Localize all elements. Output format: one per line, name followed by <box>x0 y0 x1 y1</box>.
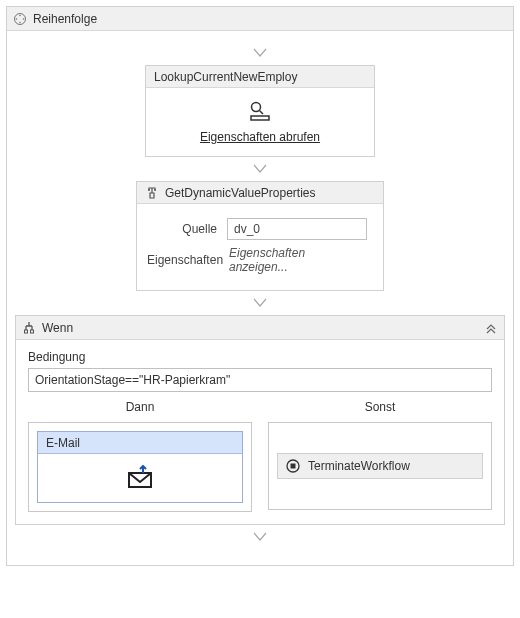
svg-rect-14 <box>291 464 296 469</box>
branch-row: Dann E-Mail <box>28 400 492 512</box>
email-body <box>38 454 242 502</box>
svg-rect-10 <box>25 330 28 333</box>
lookup-icon <box>247 100 273 122</box>
email-activity[interactable]: E-Mail <box>37 431 243 503</box>
svg-point-2 <box>23 18 25 20</box>
then-label: Dann <box>126 400 155 414</box>
if-header[interactable]: Wenn <box>16 316 504 340</box>
svg-point-4 <box>16 18 18 20</box>
sequence-header[interactable]: Reihenfolge <box>7 7 513 31</box>
terminate-title: TerminateWorkflow <box>308 459 410 473</box>
lookup-activity[interactable]: LookupCurrentNewEmploy Eigenschaften abr… <box>145 65 375 157</box>
dynamic-activity[interactable]: GetDynamicValueProperties Quelle Eigensc… <box>136 181 384 291</box>
sequence-title: Reihenfolge <box>33 12 97 26</box>
svg-point-8 <box>148 189 150 191</box>
stop-icon <box>286 459 300 473</box>
dynamic-header[interactable]: GetDynamicValueProperties <box>137 182 383 204</box>
svg-line-6 <box>260 111 264 115</box>
lookup-properties-link[interactable]: Eigenschaften abrufen <box>200 130 320 144</box>
source-input[interactable] <box>227 218 367 240</box>
collapse-button[interactable] <box>484 321 498 335</box>
condition-input[interactable] <box>28 368 492 392</box>
lookup-header[interactable]: LookupCurrentNewEmploy <box>146 66 374 88</box>
sequence-body: LookupCurrentNewEmploy Eigenschaften abr… <box>7 31 513 565</box>
lookup-title: LookupCurrentNewEmploy <box>154 70 297 84</box>
svg-point-5 <box>252 103 261 112</box>
condition-label: Bedingung <box>28 350 492 364</box>
email-title: E-Mail <box>46 436 80 450</box>
svg-rect-7 <box>251 116 269 120</box>
connector-arrow <box>252 531 268 543</box>
email-icon <box>125 465 155 491</box>
svg-point-3 <box>19 21 21 23</box>
else-dropzone[interactable]: TerminateWorkflow <box>268 422 492 510</box>
dynamic-icon <box>145 186 159 200</box>
source-label: Quelle <box>147 222 217 236</box>
sequence-icon <box>13 12 27 26</box>
dynamic-title: GetDynamicValueProperties <box>165 186 316 200</box>
else-label: Sonst <box>365 400 396 414</box>
then-branch: Dann E-Mail <box>28 400 252 512</box>
terminate-activity[interactable]: TerminateWorkflow <box>277 453 483 479</box>
if-icon <box>22 321 36 335</box>
else-branch: Sonst TerminateWorkflow <box>268 400 492 512</box>
source-row: Quelle <box>147 218 373 240</box>
connector-arrow <box>252 47 268 59</box>
svg-point-9 <box>154 189 156 191</box>
if-title: Wenn <box>42 321 73 335</box>
properties-label: Eigenschaften <box>147 253 217 267</box>
if-body: Bedingung Dann E-Mail <box>16 340 504 524</box>
properties-row: Eigenschaften Eigenschaften anzeigen... <box>147 246 373 274</box>
connector-arrow <box>252 297 268 309</box>
connector-arrow <box>252 163 268 175</box>
lookup-body: Eigenschaften abrufen <box>146 88 374 156</box>
svg-rect-11 <box>31 330 34 333</box>
then-dropzone[interactable]: E-Mail <box>28 422 252 512</box>
sequence-panel[interactable]: Reihenfolge LookupCurrentNewEmploy <box>6 6 514 566</box>
email-header[interactable]: E-Mail <box>38 432 242 454</box>
properties-link[interactable]: Eigenschaften anzeigen... <box>227 246 367 274</box>
dynamic-body: Quelle Eigenschaften Eigenschaften anzei… <box>137 204 383 290</box>
if-activity[interactable]: Wenn Bedingung Dann <box>15 315 505 525</box>
svg-point-1 <box>19 14 21 16</box>
